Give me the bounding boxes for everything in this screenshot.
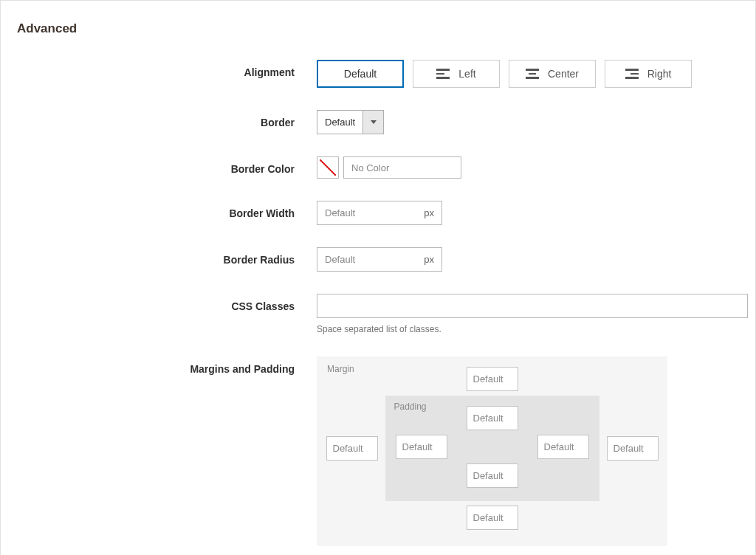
label-border: Border bbox=[8, 110, 317, 128]
advanced-panel: Advanced Alignment Default Left bbox=[0, 0, 756, 555]
margin-left-input[interactable] bbox=[326, 436, 378, 461]
form-body: Alignment Default Left bbox=[1, 42, 755, 555]
padding-box: Padding bbox=[385, 396, 599, 501]
align-center-icon bbox=[526, 69, 539, 79]
border-radius-input[interactable] bbox=[317, 254, 424, 265]
field-border-color: Border Color bbox=[8, 156, 748, 179]
alignment-default-button[interactable]: Default bbox=[317, 60, 404, 88]
field-margins-padding: Margins and Padding Margin Padding bbox=[8, 356, 748, 546]
border-select[interactable]: Default bbox=[317, 110, 384, 134]
margin-box: Margin Padding bbox=[317, 356, 667, 546]
border-width-unit: px bbox=[424, 207, 441, 218]
border-color-swatch[interactable] bbox=[317, 156, 339, 179]
field-alignment: Alignment Default Left bbox=[8, 60, 748, 88]
alignment-left-button[interactable]: Left bbox=[413, 60, 500, 88]
panel-title: Advanced bbox=[1, 1, 755, 42]
label-border-radius: Border Radius bbox=[8, 247, 317, 266]
label-border-width: Border Width bbox=[8, 201, 317, 219]
border-color-input[interactable] bbox=[343, 156, 461, 179]
css-classes-hint: Space separated list of classes. bbox=[317, 324, 748, 334]
padding-label: Padding bbox=[394, 401, 427, 412]
field-css-classes: CSS Classes Space separated list of clas… bbox=[8, 294, 748, 334]
alignment-right-label: Right bbox=[647, 68, 672, 80]
css-classes-input[interactable] bbox=[317, 294, 748, 318]
field-border-radius: Border Radius px bbox=[8, 247, 748, 272]
label-border-color: Border Color bbox=[8, 156, 317, 175]
align-right-icon bbox=[625, 69, 639, 79]
alignment-left-label: Left bbox=[458, 68, 475, 80]
padding-top-input[interactable] bbox=[467, 406, 518, 430]
field-border: Border Default bbox=[8, 110, 748, 134]
margin-top-input[interactable] bbox=[467, 367, 518, 391]
label-margins-padding: Margins and Padding bbox=[8, 356, 317, 375]
margin-bottom-input[interactable] bbox=[467, 506, 518, 530]
alignment-center-label: Center bbox=[548, 68, 579, 80]
padding-left-input[interactable] bbox=[396, 435, 447, 459]
alignment-center-button[interactable]: Center bbox=[509, 60, 596, 88]
field-border-width: Border Width px bbox=[8, 201, 748, 225]
margin-label: Margin bbox=[327, 364, 354, 374]
border-radius-unit: px bbox=[424, 254, 441, 265]
border-select-value: Default bbox=[317, 111, 362, 134]
label-alignment: Alignment bbox=[8, 60, 317, 78]
border-width-input[interactable] bbox=[317, 207, 424, 218]
margin-right-input[interactable] bbox=[607, 436, 659, 461]
padding-right-input[interactable] bbox=[537, 435, 589, 459]
padding-bottom-input[interactable] bbox=[467, 463, 518, 488]
alignment-group: Default Left Center bbox=[317, 60, 748, 88]
alignment-default-label: Default bbox=[344, 68, 377, 80]
align-left-icon bbox=[436, 69, 450, 79]
alignment-right-button[interactable]: Right bbox=[605, 60, 692, 88]
label-css-classes: CSS Classes bbox=[8, 294, 317, 312]
chevron-down-icon bbox=[362, 111, 383, 134]
